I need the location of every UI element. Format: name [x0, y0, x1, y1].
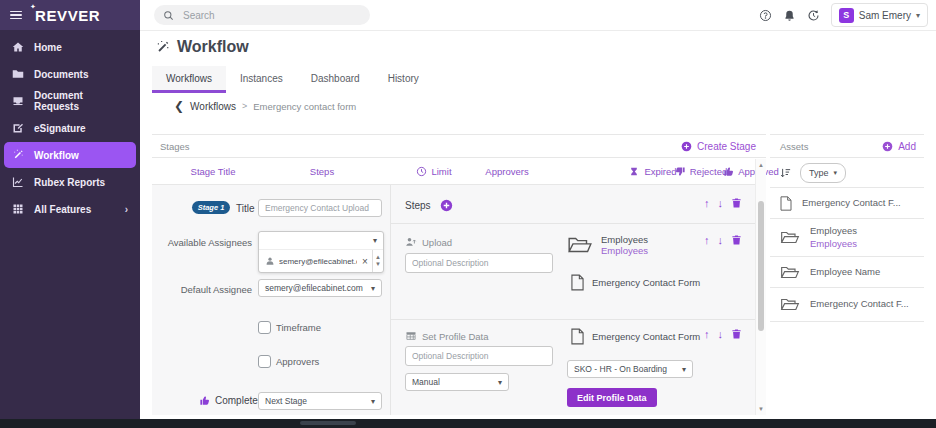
chevron-down-icon: ▾ — [834, 169, 838, 177]
sidebar-item-all-features[interactable]: All Features › — [0, 196, 140, 222]
assignee-spinner[interactable]: ▲ ▼ — [372, 250, 383, 272]
timeframe-checkbox[interactable] — [258, 321, 271, 334]
scroll-up-icon[interactable]: ▲ — [756, 162, 766, 168]
available-assignees-select[interactable]: ▾ — [259, 232, 383, 249]
sort-icon[interactable] — [780, 167, 792, 179]
sidebar-item-workflow[interactable]: Workflow — [4, 142, 136, 168]
move-step-up-icon[interactable]: ↑ — [704, 328, 710, 340]
profile-document-asset: Emergency Contact Form — [571, 328, 700, 345]
asset-item-folder[interactable]: Employee Name — [770, 257, 924, 288]
tab-bar: Workflows Instances Dashboard History — [152, 66, 433, 93]
title-label: Title — [236, 203, 255, 214]
delete-stage-trash-icon[interactable] — [731, 197, 742, 209]
document-icon — [571, 274, 584, 291]
assets-title: Assets — [780, 141, 809, 152]
search-input[interactable] — [181, 9, 345, 22]
steps-header-label: Steps — [405, 200, 431, 211]
timeframe-label: Timeframe — [276, 322, 321, 333]
sidebar-item-rubex-reports[interactable]: Rubex Reports — [0, 169, 140, 195]
move-stage-down-icon[interactable]: ↓ — [718, 197, 724, 209]
tab-history[interactable]: History — [374, 66, 433, 93]
document-icon — [571, 328, 584, 345]
profile-step-label-row: Set Profile Data — [405, 330, 489, 342]
sidebar-item-document-requests[interactable]: Document Requests — [0, 88, 140, 114]
open-folder-icon — [780, 297, 800, 312]
tab-instances[interactable]: Instances — [226, 66, 297, 93]
add-step-button[interactable] — [440, 199, 453, 212]
user-name: Sam Emery — [859, 10, 911, 21]
tab-workflows[interactable]: Workflows — [152, 66, 226, 93]
delete-step-trash-icon[interactable] — [731, 234, 742, 246]
add-asset-button[interactable]: Add — [882, 141, 916, 152]
step-upload: Upload Employees Employees — [391, 223, 756, 320]
chart-icon — [12, 176, 24, 188]
profile-mode-select[interactable]: Manual ▾ — [405, 373, 509, 391]
asset-folder-link[interactable]: Employees — [810, 238, 857, 251]
remove-assignee-icon[interactable]: × — [362, 256, 368, 267]
stage-row: Stage 1 Title Available Assignees ▾ seme… — [152, 185, 756, 415]
breadcrumb-workflows-link[interactable]: Workflows — [190, 101, 236, 112]
sidebar-item-esignature[interactable]: eSignature — [0, 115, 140, 141]
move-step-down-icon[interactable]: ↓ — [718, 328, 724, 340]
chevron-down-icon: ▾ — [373, 236, 377, 245]
breadcrumb-back-icon[interactable]: ❮ — [174, 100, 184, 112]
approvers-label: Approvers — [276, 356, 319, 367]
tab-dashboard[interactable]: Dashboard — [297, 66, 374, 93]
step-actions: ↑ ↓ — [704, 234, 742, 246]
create-stage-button[interactable]: Create Stage — [681, 141, 756, 152]
notifications-bell-icon[interactable] — [783, 9, 796, 22]
assignee-email: semery@efilecabinet.com — [279, 257, 357, 266]
spinner-down-icon[interactable]: ▼ — [375, 261, 381, 268]
profile-description-input[interactable] — [405, 346, 553, 366]
revver-logo: ✦ REVVER — [35, 7, 100, 24]
stages-panel: Stages Create Stage Stage Title Steps Li… — [152, 134, 766, 415]
asset-item-folder[interactable]: Employees Employees — [770, 219, 924, 257]
move-step-up-icon[interactable]: ↑ — [704, 234, 710, 246]
asset-item-document[interactable]: Emergency Contact F... — [770, 188, 924, 219]
breadcrumb-separator: > — [242, 101, 247, 111]
edit-profile-data-button[interactable]: Edit Profile Data — [567, 388, 657, 407]
user-menu[interactable]: S Sam Emery ▾ — [831, 3, 928, 27]
topbar: S Sam Emery ▾ — [140, 0, 936, 31]
bottom-window-bar — [0, 419, 936, 428]
chevron-right-icon: › — [125, 204, 128, 215]
type-filter-select[interactable]: Type ▾ — [800, 163, 846, 183]
upload-step-label: Upload — [422, 237, 452, 248]
avatar: S — [839, 8, 854, 23]
search-bar[interactable] — [154, 5, 370, 25]
default-assignee-select[interactable]: semery@efilecabinet.com ▾ — [258, 279, 382, 297]
upload-description-input[interactable] — [405, 253, 553, 273]
scrollbar-thumb[interactable] — [758, 201, 764, 331]
open-folder-icon — [780, 230, 800, 245]
topbar-actions: S Sam Emery ▾ — [759, 0, 928, 30]
history-icon[interactable] — [807, 9, 820, 22]
person-icon — [265, 256, 275, 266]
help-icon[interactable] — [759, 9, 772, 22]
stage-title-input[interactable] — [258, 199, 382, 217]
spinner-up-icon[interactable]: ▲ — [375, 254, 381, 261]
app-window: ✦ REVVER Home Documents Document Request… — [0, 0, 936, 428]
sidebar-item-home[interactable]: Home — [0, 34, 140, 60]
document-title: Emergency Contact Form — [592, 331, 700, 342]
move-step-down-icon[interactable]: ↓ — [718, 234, 724, 246]
inbox-icon — [12, 95, 24, 107]
delete-step-trash-icon[interactable] — [731, 328, 742, 340]
horizontal-scrollbar-thumb[interactable] — [300, 421, 356, 425]
approvers-checkbox[interactable] — [258, 355, 271, 368]
folder-link[interactable]: Employees — [601, 245, 648, 256]
stages-scrollbar[interactable]: ▲ ▼ — [755, 159, 766, 415]
asset-item-folder[interactable]: Emergency Contact F... — [770, 288, 924, 322]
steps-column: Steps ↑ ↓ — [391, 185, 756, 415]
document-icon — [780, 196, 792, 211]
complete-select[interactable]: Next Stage ▾ — [258, 392, 382, 410]
thumbs-up-icon — [723, 166, 734, 177]
profile-template-select[interactable]: SKO - HR - On Boarding ▾ — [567, 360, 693, 378]
hamburger-menu-icon[interactable] — [10, 11, 22, 20]
column-steps: Steps — [302, 159, 342, 184]
wand-icon — [12, 149, 24, 161]
upload-person-icon — [405, 236, 417, 248]
available-assignees-dropdown[interactable]: ▾ semery@efilecabinet.com × ▲ ▼ — [258, 231, 384, 273]
move-stage-up-icon[interactable]: ↑ — [704, 197, 710, 209]
scroll-down-icon[interactable]: ▼ — [756, 406, 766, 412]
sidebar-item-documents[interactable]: Documents — [0, 61, 140, 87]
